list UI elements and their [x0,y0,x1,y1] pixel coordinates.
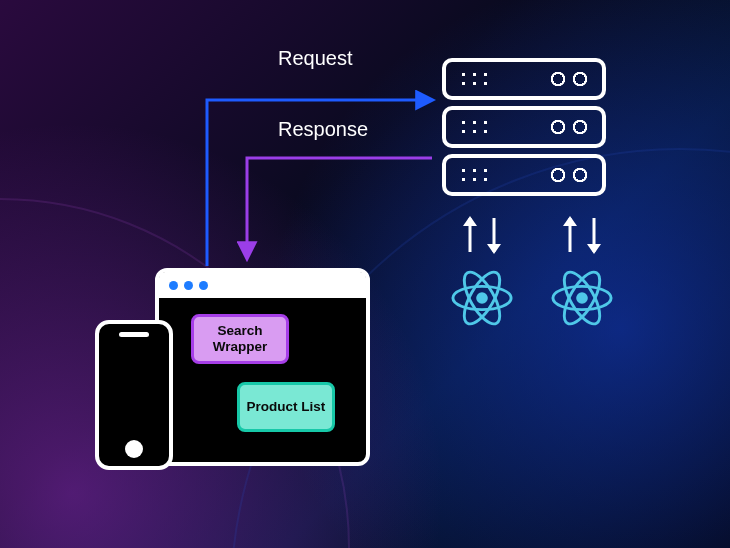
react-component [550,218,614,330]
architecture-diagram: Request Response [0,0,730,548]
window-dot-icon [184,281,193,290]
server-unit [442,154,606,196]
bidirectional-arrows-icon [463,218,501,252]
svg-point-4 [576,292,588,304]
response-arrow [247,158,432,258]
server-unit [442,58,606,100]
arrow-down-icon [487,218,501,252]
window-dot-icon [169,281,178,290]
react-icon [550,266,614,330]
request-label: Request [278,47,353,70]
server-unit [442,106,606,148]
browser-window-icon: Search Wrapper Product List [155,268,370,466]
smartphone-icon [95,320,173,470]
response-label: Response [278,118,368,141]
react-icon [450,266,514,330]
component-product-list: Product List [237,382,335,432]
arrow-up-icon [563,218,577,252]
arrow-up-icon [463,218,477,252]
bidirectional-arrows-icon [563,218,601,252]
browser-titlebar [159,272,366,298]
react-component [450,218,514,330]
window-dot-icon [199,281,208,290]
server-react-components [442,218,622,330]
server-stack-icon [442,58,606,202]
svg-point-0 [476,292,488,304]
component-search-wrapper: Search Wrapper [191,314,289,364]
arrow-down-icon [587,218,601,252]
